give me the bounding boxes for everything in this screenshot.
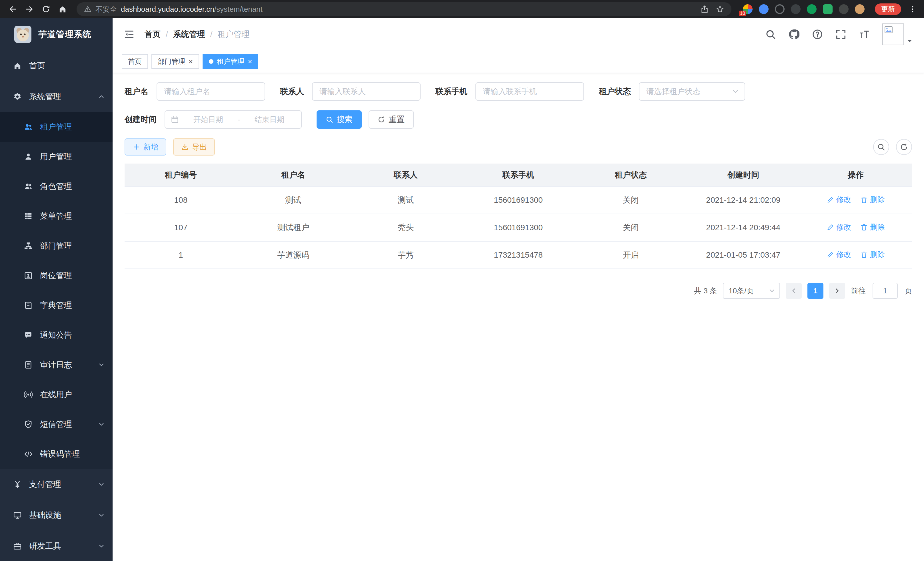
delete-link[interactable]: 删除: [860, 195, 885, 205]
cell-status: 关闭: [574, 214, 687, 241]
tenant-name-label: 租户名: [124, 86, 148, 97]
collapse-sidebar-icon[interactable]: [124, 29, 134, 39]
page-size-select[interactable]: 10条/页: [723, 283, 780, 299]
github-link-icon[interactable]: [789, 29, 800, 40]
extension-olive[interactable]: [791, 4, 801, 14]
next-page-button[interactable]: [829, 283, 845, 299]
download-icon: [181, 143, 189, 151]
security-label: 不安全: [95, 5, 117, 14]
sidebar-item-tenant[interactable]: 租户管理: [0, 112, 112, 142]
cell-contact: 芋艿: [350, 241, 462, 269]
share-icon[interactable]: [700, 5, 709, 13]
extension-blue[interactable]: [759, 4, 769, 14]
sidebar-item-online-user[interactable]: 在线用户: [0, 380, 112, 409]
sidebar-item-menu[interactable]: 菜单管理: [0, 201, 112, 231]
extension-green-circle[interactable]: [807, 4, 817, 14]
avatar[interactable]: [882, 23, 904, 45]
sidebar-item-dict[interactable]: 字典管理: [0, 290, 112, 320]
add-button-label: 新增: [143, 142, 158, 152]
chevron-right-icon: [834, 287, 841, 294]
chat-icon: [24, 331, 33, 339]
breadcrumb-home[interactable]: 首页: [145, 29, 160, 40]
extension-tan[interactable]: [855, 4, 865, 14]
create-time-range-picker[interactable]: 开始日期 - 结束日期: [165, 110, 302, 129]
sidebar-item-error-code[interactable]: 错误码管理: [0, 439, 112, 469]
phone-input[interactable]: [476, 82, 584, 101]
delete-icon: [860, 224, 868, 231]
tenant-name-input[interactable]: [157, 82, 265, 101]
phone-field: 联系手机: [435, 82, 584, 101]
goto-page-input[interactable]: [873, 283, 898, 299]
filter-row-2: 创建时间 开始日期 - 结束日期 搜索 重置: [124, 110, 912, 129]
tab-close-icon[interactable]: ×: [248, 58, 252, 65]
help-icon[interactable]: [812, 29, 823, 40]
tab-dept[interactable]: 部门管理×: [152, 54, 199, 69]
tenant-status-select[interactable]: 请选择租户状态: [639, 82, 745, 101]
browser-menu-icon[interactable]: [907, 5, 918, 13]
reload-button[interactable]: [39, 2, 53, 16]
extension-dark-ring[interactable]: [775, 4, 784, 14]
sidebar-item-label: 用户管理: [40, 151, 105, 162]
home-button[interactable]: [56, 2, 70, 16]
cell-id: 107: [124, 214, 237, 241]
logo-avatar: [14, 26, 32, 43]
export-button[interactable]: 导出: [173, 138, 215, 156]
edit-link[interactable]: 修改: [826, 222, 851, 232]
chevron-down-icon: [98, 421, 105, 427]
sidebar-item-role[interactable]: 角色管理: [0, 171, 112, 201]
column-header-0: 租户编号: [124, 164, 237, 186]
cell-status: 关闭: [574, 186, 687, 214]
tree-icon: [24, 242, 33, 250]
edit-link[interactable]: 修改: [826, 195, 851, 205]
search-button[interactable]: 搜索: [316, 110, 362, 129]
sidebar-item-home[interactable]: 首页: [0, 50, 112, 81]
prev-page-button[interactable]: [786, 283, 802, 299]
reset-button[interactable]: 重置: [369, 110, 414, 129]
edit-link[interactable]: 修改: [826, 250, 851, 260]
sidebar-item-user[interactable]: 用户管理: [0, 142, 112, 171]
sidebar-item-infra[interactable]: 基础设施: [0, 500, 112, 531]
tab-home[interactable]: 首页: [122, 54, 148, 69]
end-date-placeholder: 结束日期: [243, 115, 296, 125]
breadcrumb-system[interactable]: 系统管理: [173, 29, 205, 40]
user-avatar-menu[interactable]: [882, 23, 913, 45]
add-button[interactable]: 新增: [124, 138, 166, 156]
sidebar-item-sms[interactable]: 短信管理: [0, 409, 112, 439]
browser-update-button[interactable]: 更新: [875, 3, 901, 15]
tab-tenant[interactable]: 租户管理×: [202, 54, 258, 69]
address-bar[interactable]: 不安全 dashboard.yudao.iocoder.cn/system/te…: [76, 2, 731, 16]
contact-input[interactable]: [312, 82, 421, 101]
sidebar-item-dept[interactable]: 部门管理: [0, 231, 112, 261]
status-field: 租户状态 请选择租户状态: [599, 82, 745, 101]
forward-button[interactable]: [22, 2, 37, 16]
column-header-2: 联系人: [350, 164, 462, 186]
column-header-3: 联系手机: [462, 164, 574, 186]
sidebar-item-label: 错误码管理: [40, 449, 105, 459]
sidebar-item-audit-log[interactable]: 审计日志: [0, 350, 112, 380]
sidebar-item-post[interactable]: 岗位管理: [0, 261, 112, 290]
delete-link[interactable]: 删除: [860, 222, 885, 232]
table-body: 108测试测试15601691300关闭2021-12-14 21:02:09修…: [124, 186, 912, 269]
app-title: 芋道管理系统: [38, 29, 92, 40]
bookmark-star-icon[interactable]: [716, 5, 724, 13]
refresh-table-button[interactable]: [896, 139, 912, 155]
extension-dark[interactable]: [839, 4, 849, 14]
tab-close-icon[interactable]: ×: [189, 58, 193, 65]
page-1-button[interactable]: 1: [807, 283, 824, 299]
font-size-setting-icon[interactable]: [859, 29, 870, 40]
monitor-icon: [13, 511, 22, 520]
sidebar-item-system[interactable]: 系统管理: [0, 81, 112, 112]
active-tab-dot: [209, 59, 213, 64]
fullscreen-toggle-icon[interactable]: [836, 29, 846, 40]
extension-green-square[interactable]: [823, 4, 832, 14]
sidebar-item-pay[interactable]: 支付管理: [0, 469, 112, 500]
toggle-search-button[interactable]: [873, 139, 889, 155]
extension-colorful[interactable]: 10: [743, 4, 753, 14]
tenant-table: 租户编号租户名联系人联系手机租户状态创建时间操作 108测试测试15601691…: [124, 164, 912, 269]
back-button[interactable]: [6, 2, 20, 16]
header-search-icon[interactable]: [765, 29, 776, 40]
sidebar-item-dev-tool[interactable]: 研发工具: [0, 531, 112, 561]
delete-link[interactable]: 删除: [860, 250, 885, 260]
cell-phone: 17321315478: [462, 241, 574, 269]
sidebar-item-notice[interactable]: 通知公告: [0, 320, 112, 350]
